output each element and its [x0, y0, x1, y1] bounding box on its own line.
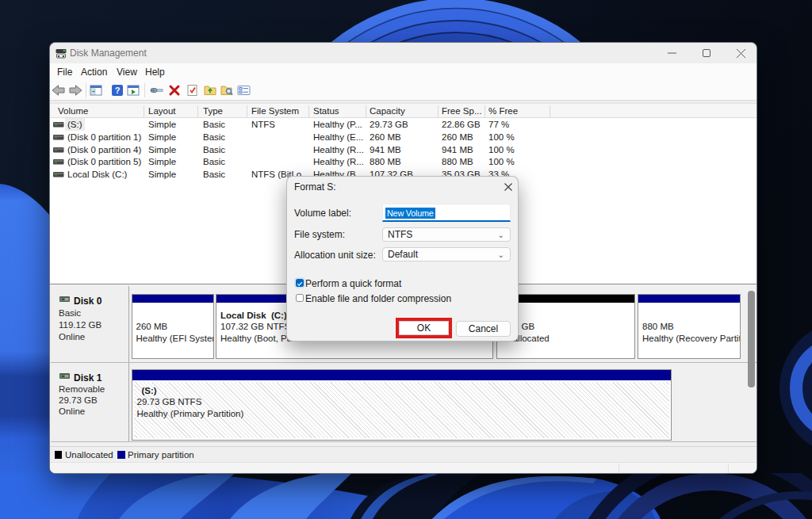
svg-text:?: ? — [115, 86, 121, 95]
